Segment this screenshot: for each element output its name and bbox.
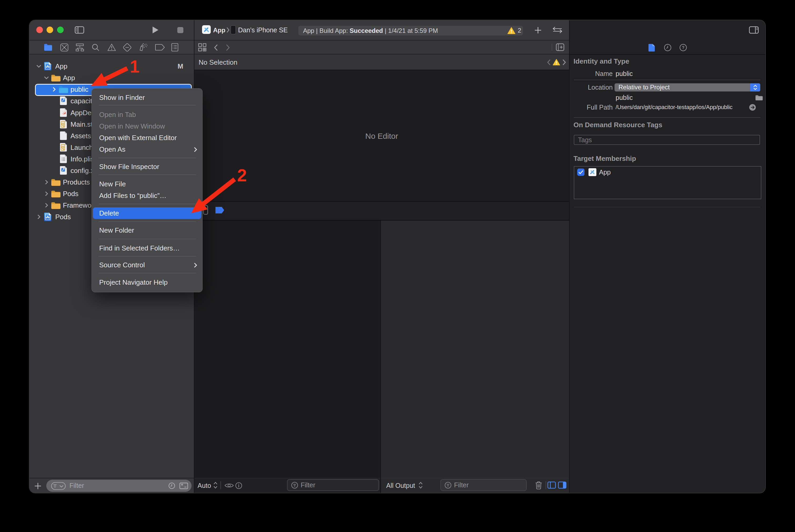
svg-text:?: ?	[682, 45, 685, 50]
